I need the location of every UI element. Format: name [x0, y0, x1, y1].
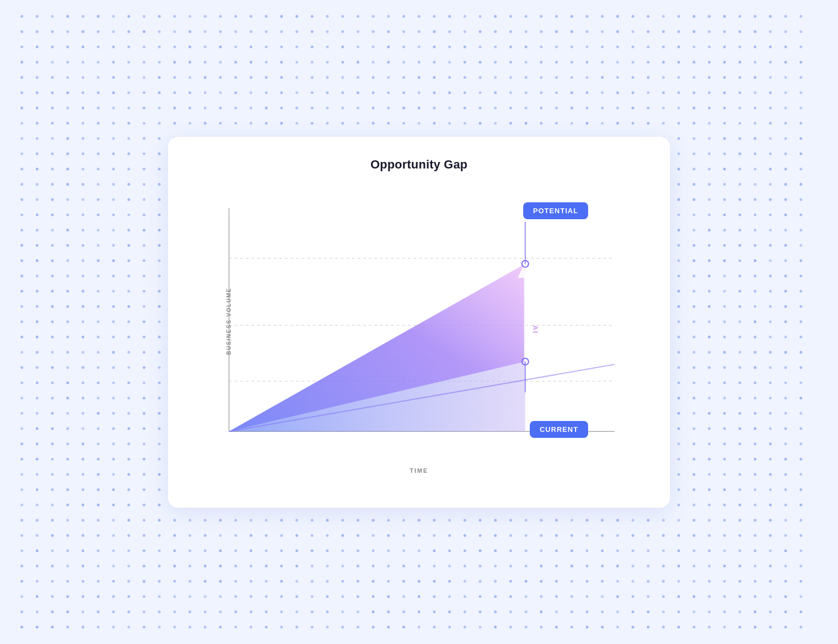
- chart-svg: AI: [190, 187, 648, 486]
- potential-badge: POTENTIAL: [523, 202, 588, 219]
- chart-area: BUSINESS VOLUME TIME: [190, 187, 648, 486]
- ai-label: AI: [531, 325, 539, 334]
- opportunity-gap-card: Opportunity Gap BUSINESS VOLUME TIME: [168, 137, 670, 508]
- current-badge: CURRENT: [530, 421, 588, 438]
- x-axis-label: TIME: [410, 467, 428, 474]
- y-axis-label: BUSINESS VOLUME: [226, 287, 232, 355]
- card-title: Opportunity Gap: [370, 158, 468, 172]
